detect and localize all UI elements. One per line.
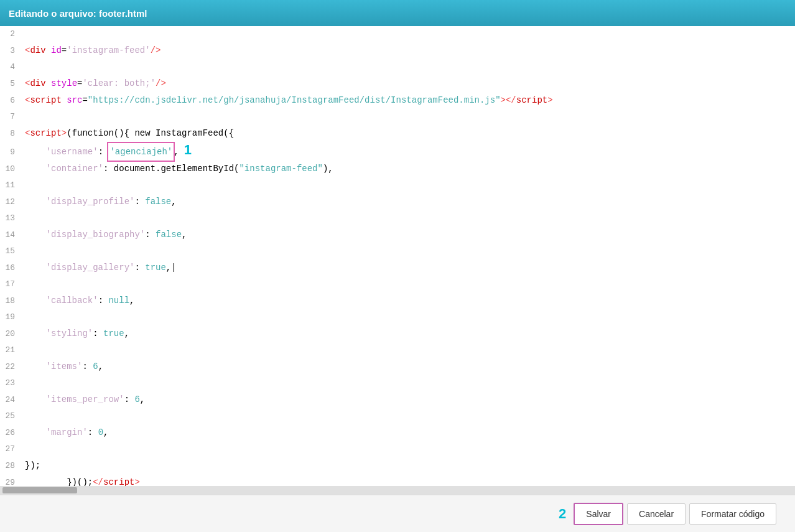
code-line-2: 2	[0, 26, 795, 42]
code-line-15: 15	[0, 243, 795, 259]
title-label: Editando o arquivo: footer.html	[9, 8, 147, 19]
code-line-23: 23	[0, 375, 795, 391]
code-line-6: 6 <script src="https://cdn.jsdelivr.net/…	[0, 92, 795, 109]
annotation-2: 2	[559, 506, 566, 522]
username-value-highlight: 'agenciajeh'	[108, 143, 174, 161]
code-line-22: 22 'items': 6,	[0, 358, 795, 375]
title-bar: Editando o arquivo: footer.html	[0, 0, 795, 26]
code-line-25: 25	[0, 408, 795, 424]
bottom-toolbar: 2 Salvar Cancelar Formatar código	[0, 495, 795, 532]
code-line-17: 17	[0, 276, 795, 292]
code-editor: 2 3 <div id='instagram-feed'/> 4 5 <div …	[0, 26, 795, 486]
code-line-21: 21	[0, 342, 795, 358]
code-line-11: 11	[0, 177, 795, 194]
code-line-14: 14 'display_biography': false,	[0, 226, 795, 243]
code-line-24: 24 'items_per_row': 6,	[0, 391, 795, 408]
code-line-8: 8 <script>(function(){ new InstagramFeed…	[0, 125, 795, 142]
annotation-1: 1	[184, 142, 192, 158]
code-line-18: 18 'callback': null,	[0, 292, 795, 309]
code-line-16: 16 'display_gallery': true,|	[0, 259, 795, 276]
format-button[interactable]: Formatar código	[689, 503, 776, 525]
code-line-27: 27	[0, 441, 795, 457]
code-line-19: 19	[0, 309, 795, 325]
code-line-9: 9 'username': 'agenciajeh', 1	[0, 142, 795, 161]
code-line-3: 3 <div id='instagram-feed'/>	[0, 42, 795, 59]
scrollbar-thumb[interactable]	[2, 487, 77, 493]
code-line-20: 20 'styling': true,	[0, 325, 795, 342]
code-line-13: 13	[0, 210, 795, 226]
horizontal-scrollbar[interactable]	[0, 486, 795, 495]
code-line-29: 29 })();</script>	[0, 474, 795, 486]
code-line-7: 7	[0, 109, 795, 125]
code-line-10: 10 'container': document.getElementById(…	[0, 161, 795, 177]
editor-container[interactable]: 2 3 <div id='instagram-feed'/> 4 5 <div …	[0, 26, 795, 486]
code-line-26: 26 'margin': 0,	[0, 424, 795, 441]
code-line-12: 12 'display_profile': false,	[0, 194, 795, 210]
code-line-28: 28 });	[0, 457, 795, 474]
cancel-button[interactable]: Cancelar	[627, 503, 686, 525]
code-line-5: 5 <div style='clear: both;'/>	[0, 75, 795, 92]
code-line-4: 4	[0, 59, 795, 75]
save-button[interactable]: Salvar	[574, 503, 623, 525]
